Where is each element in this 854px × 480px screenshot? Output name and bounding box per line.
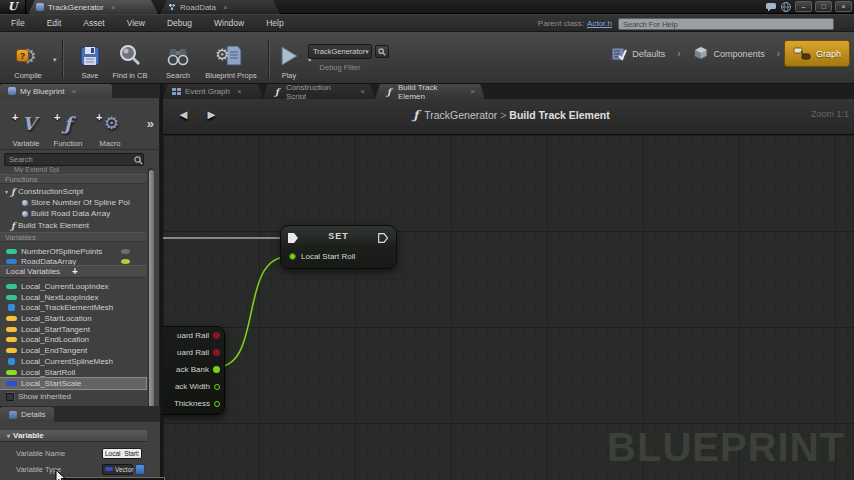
tree-item-store-number[interactable]: Store Number Of Spline Poi	[0, 197, 146, 208]
compile-button[interactable]: ⚙? Compile	[4, 36, 52, 82]
variable-row[interactable]: NumberOfSplinePoints	[0, 246, 146, 257]
blueprint-search-input[interactable]	[4, 153, 144, 166]
local-variable-row[interactable]: Local_StartLocation	[0, 313, 146, 324]
parent-class-link[interactable]: Actor.h	[587, 19, 612, 28]
close-tab-icon[interactable]: ×	[237, 87, 242, 96]
asset-tab-roaddata[interactable]: RoadData ×	[160, 0, 280, 14]
menu-debug[interactable]: Debug	[156, 18, 203, 28]
play-button[interactable]: Play	[272, 36, 306, 82]
local-variable-row[interactable]: Local_EndLocation	[0, 334, 146, 345]
mouse-cursor	[55, 469, 67, 480]
variable-name-input[interactable]	[102, 448, 142, 459]
array-toggle-button[interactable]	[135, 464, 145, 475]
add-variable-button[interactable]: +V Variable	[4, 102, 48, 148]
close-tab-icon[interactable]: ×	[470, 87, 475, 96]
graph-canvas[interactable]: uard Rail uard Rail ack Bank ack Width T…	[163, 135, 854, 480]
my-blueprint-tab[interactable]: My Blueprint ×	[0, 84, 112, 98]
node-pin-row[interactable]: uard Rail	[177, 331, 220, 340]
node-pin-row[interactable]: ack Bank	[176, 365, 220, 374]
exec-out-pin[interactable]	[378, 233, 389, 243]
local-variable-row-selected[interactable]: Local_StartScale	[0, 378, 146, 389]
local-variable-row[interactable]: Local_CurrentSplineMesh	[0, 356, 146, 367]
close-panel-icon[interactable]: ×	[71, 87, 76, 96]
mode-defaults-button[interactable]: Defaults	[603, 41, 673, 67]
clipped-tree-item[interactable]: My Extend Spl	[0, 166, 146, 173]
close-tab-icon[interactable]: ×	[360, 87, 365, 96]
blueprint-editor-window: U TrackGenerator × RoadData × – □ × File…	[0, 0, 854, 480]
pin-local-start-roll[interactable]	[289, 253, 296, 260]
function-icon: ƒ	[11, 221, 15, 231]
menu-view[interactable]: View	[116, 18, 156, 28]
menu-help[interactable]: Help	[255, 18, 294, 28]
graph-tab-event-graph[interactable]: Event Graph×	[163, 84, 263, 99]
pin-guard-rail[interactable]	[213, 349, 220, 356]
menu-asset[interactable]: Asset	[72, 18, 115, 28]
function-icon: ƒ	[275, 87, 279, 97]
variable-type-dropdown[interactable]: Vector▾	[102, 464, 133, 475]
menu-file[interactable]: File	[0, 18, 36, 28]
minimize-button[interactable]: –	[795, 1, 812, 12]
local-variable-row[interactable]: Local_NextLoopIndex	[0, 292, 146, 303]
variable-type-pill	[6, 348, 17, 353]
node-pin-row[interactable]: ack Width	[175, 382, 220, 391]
details-tab[interactable]: Details	[0, 407, 54, 422]
editable-eye-icon[interactable]	[121, 259, 130, 264]
node-pin-row[interactable]: uard Rail	[177, 348, 220, 357]
add-macro-button[interactable]: +⚙ Macro	[88, 102, 132, 148]
unreal-logo-icon: U	[0, 0, 26, 14]
add-local-variable-button[interactable]: +	[72, 266, 78, 278]
local-variable-row[interactable]: Local_EndTangent	[0, 345, 146, 356]
blueprint-props-button[interactable]: ⚙ Blueprint Props	[198, 36, 264, 82]
breadcrumb-root[interactable]: TrackGenerator	[424, 109, 497, 121]
globe-icon[interactable]	[780, 2, 792, 12]
exec-in-pin[interactable]	[288, 233, 299, 243]
event-graph-icon	[172, 88, 181, 95]
feedback-bubble-icon[interactable]	[765, 2, 777, 12]
node-pin-row[interactable]: Local Start Roll	[289, 252, 355, 261]
tree-item-build-track-element[interactable]: ƒBuild Track Element	[0, 220, 146, 231]
menu-edit[interactable]: Edit	[36, 18, 73, 28]
find-in-cb-button[interactable]: Find in CB	[104, 36, 156, 82]
components-icon	[693, 46, 709, 61]
local-variable-row[interactable]: Local_StartTangent	[0, 324, 146, 335]
show-inherited-checkbox[interactable]: Show inherited	[6, 392, 146, 401]
pin-guard-rail[interactable]	[213, 332, 220, 339]
pin-thickness[interactable]	[214, 401, 220, 407]
help-search-input[interactable]	[618, 18, 834, 30]
mode-components-button[interactable]: Components	[685, 40, 773, 67]
partial-node[interactable]: uard Rail uard Rail ack Bank ack Width T…	[163, 326, 225, 415]
menu-window[interactable]: Window	[203, 18, 255, 28]
compile-options-caret[interactable]: ▾	[53, 56, 57, 64]
variable-section-header[interactable]: ▾Variable	[0, 430, 147, 442]
add-function-button[interactable]: +ƒ Function	[46, 102, 90, 148]
local-variable-row[interactable]: Local_StartRoll	[0, 367, 146, 378]
pin-track-bank[interactable]	[213, 366, 220, 373]
debug-filter-dropdown[interactable]: TrackGenerator▾	[308, 44, 372, 59]
close-tab-icon[interactable]: ×	[111, 3, 116, 12]
checkbox-icon[interactable]	[6, 393, 14, 401]
restore-button[interactable]: □	[815, 1, 832, 12]
local-variable-row[interactable]: Local_CurrentLoopIndex	[0, 281, 146, 292]
debug-filter-search-button[interactable]	[375, 45, 389, 58]
editable-eye-icon[interactable]	[121, 249, 130, 254]
close-button[interactable]: ×	[835, 1, 852, 12]
graph-editor: Event Graph× ƒ Construction Script× ƒ Bu…	[160, 84, 854, 480]
local-variable-row[interactable]: Local_TrackElementMesh	[0, 302, 146, 313]
expander-icon[interactable]: ▾	[5, 188, 8, 195]
tree-item-constructionscript[interactable]: ▾ƒConstructionScript	[0, 186, 146, 197]
tree-item-build-road-data[interactable]: Build Road Data Array	[0, 208, 146, 219]
pin-track-width[interactable]	[214, 384, 220, 390]
close-tab-icon[interactable]: ×	[223, 3, 228, 12]
set-node[interactable]: SET Local Start Roll	[280, 225, 397, 269]
parent-class-label: Parent class:Actor.h	[538, 19, 612, 28]
graph-tab-construction-script[interactable]: ƒ Construction Script×	[263, 84, 375, 99]
my-blueprint-panel: My Blueprint × +V Variable +ƒ Function +…	[0, 84, 160, 480]
search-button[interactable]: Search	[158, 36, 198, 82]
breadcrumb-current[interactable]: Build Track Element	[509, 109, 609, 121]
node-pin-row[interactable]: Thickness	[174, 399, 220, 408]
mode-graph-button[interactable]: Graph	[784, 40, 850, 67]
expand-panel-chevron-icon[interactable]: »	[147, 116, 154, 131]
title-bar: U TrackGenerator × RoadData × – □ ×	[0, 0, 854, 14]
graph-tab-build-track-element[interactable]: ƒ Build Track Elemen×	[375, 84, 485, 99]
asset-tab-trackgenerator[interactable]: TrackGenerator ×	[28, 0, 158, 14]
